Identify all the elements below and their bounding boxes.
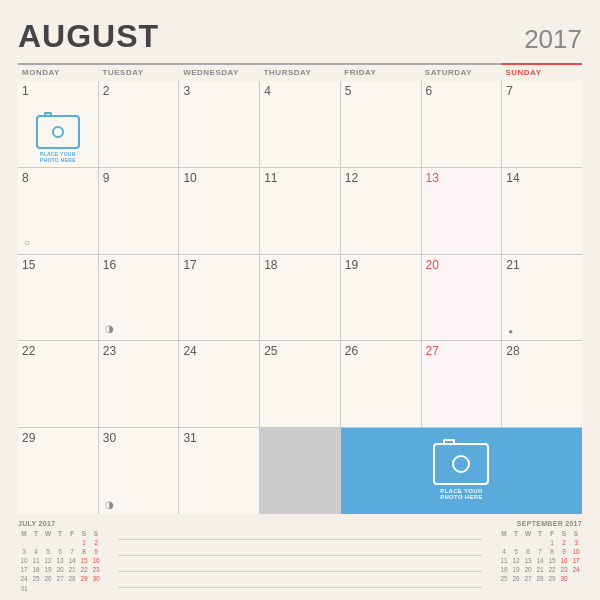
mini-cal-cell: 23 <box>90 565 102 574</box>
mini-cal-cell: 7 <box>534 547 546 556</box>
mini-cal-cell: 15 <box>546 556 558 565</box>
mini-cal-cell: 24 <box>570 565 582 574</box>
mini-cal-cell: 20 <box>522 565 534 574</box>
mini-cal-cell: 11 <box>498 556 510 565</box>
calendar-grid: 1 PLACE YOURPHOTO HERE 2 3 4 5 6 7 8 ○ 9… <box>18 81 582 514</box>
day-num: 7 <box>506 84 578 98</box>
day-num: 9 <box>103 171 175 185</box>
mini-cal-cell: 3 <box>570 538 582 547</box>
mini-cal-cell: 6 <box>522 547 534 556</box>
day-cell-19: 19 <box>341 255 421 341</box>
mini-cal-cell: 30 <box>90 574 102 583</box>
moon-dot: ◑ <box>105 323 114 334</box>
mini-cal-cell: 26 <box>510 574 522 583</box>
mini-cal-header-sat: S <box>78 529 90 538</box>
day-num: 14 <box>506 171 578 185</box>
day-num: 16 <box>103 258 175 272</box>
mini-cal-header: T <box>30 529 42 538</box>
day-header-friday: FRIDAY <box>340 63 421 79</box>
photo-text: PLACE YOURPHOTO HERE <box>40 151 76 163</box>
mini-cal-cell: 14 <box>66 556 78 565</box>
mini-cal-cell: 27 <box>54 574 66 583</box>
camera-lens <box>52 126 64 138</box>
day-num: 5 <box>345 84 417 98</box>
day-num: 24 <box>183 344 255 358</box>
mini-cal-cell <box>510 538 522 547</box>
mini-cal-cell: 30 <box>558 574 570 583</box>
mini-cal-cell: 7 <box>66 547 78 556</box>
mini-cal-cell: 17 <box>18 565 30 574</box>
day-cell-17: 17 <box>179 255 259 341</box>
day-num: 30 <box>103 431 175 445</box>
day-num: 4 <box>264 84 336 98</box>
day-num: 10 <box>183 171 255 185</box>
year-title: 2017 <box>524 24 582 55</box>
day-num: 2 <box>103 84 175 98</box>
mini-cal-cell: 2 <box>90 538 102 547</box>
mini-cal-cell: 20 <box>54 565 66 574</box>
mini-cal-header: T <box>54 529 66 538</box>
day-cell-8: 8 ○ <box>18 168 98 254</box>
day-cell-18: 18 <box>260 255 340 341</box>
camera-icon-white <box>433 443 489 485</box>
bottom-section: JULY 2017 M T W T F S S 1 2 3 4 <box>18 520 582 590</box>
moon-dot: ◑ <box>105 499 114 510</box>
day-cell-4: 4 <box>260 81 340 167</box>
mini-cal-cell: 4 <box>30 547 42 556</box>
mini-cal-cell: 18 <box>30 565 42 574</box>
mini-cal-cell <box>54 538 66 547</box>
mini-cal-sep-title: SEPTEMBER 2017 <box>498 520 582 527</box>
mini-cal-cell: 5 <box>510 547 522 556</box>
mini-cal-cell: 9 <box>90 547 102 556</box>
mini-cal-cell: 11 <box>30 556 42 565</box>
day-num: 21 <box>506 258 578 272</box>
day-cell-27: 27 <box>422 341 502 427</box>
day-cell-11: 11 <box>260 168 340 254</box>
day-cell-23: 23 <box>99 341 179 427</box>
day-cell-15: 15 <box>18 255 98 341</box>
mini-cal-cell: 13 <box>522 556 534 565</box>
mini-cal-july-grid: M T W T F S S 1 2 3 4 5 6 7 <box>18 529 102 593</box>
mini-cal-cell: 25 <box>498 574 510 583</box>
day-cell-31: 31 <box>179 428 259 514</box>
mini-cal-cell: 25 <box>30 574 42 583</box>
calendar-container: AUGUST 2017 MONDAY TUESDAY WEDNESDAY THU… <box>0 0 600 600</box>
day-num: 29 <box>22 431 94 445</box>
mini-cal-header: W <box>42 529 54 538</box>
day-cell-21: 21 ● <box>502 255 582 341</box>
day-cell-1: 1 PLACE YOURPHOTO HERE <box>18 81 98 167</box>
moon-dot: ● <box>508 327 513 336</box>
mini-cal-header-sun: S <box>570 529 582 538</box>
month-title: AUGUST <box>18 18 159 55</box>
note-line <box>118 542 482 556</box>
day-num: 18 <box>264 258 336 272</box>
mini-cal-cell <box>30 538 42 547</box>
mini-cal-july: JULY 2017 M T W T F S S 1 2 3 4 <box>18 520 102 590</box>
note-line <box>118 526 482 540</box>
day-cell-12: 12 <box>341 168 421 254</box>
day-num: 28 <box>506 344 578 358</box>
mini-cal-header: F <box>546 529 558 538</box>
day-num: 25 <box>264 344 336 358</box>
mini-cal-cell: 2 <box>558 538 570 547</box>
photo-cell-blue: PLACE YOURPHOTO HERE <box>341 428 582 514</box>
mini-cal-header-sun: S <box>90 529 102 538</box>
mini-cal-cell: 4 <box>498 547 510 556</box>
mini-cal-cell <box>498 538 510 547</box>
mini-cal-cell <box>66 538 78 547</box>
day-cell-7: 7 <box>502 81 582 167</box>
day-num: 12 <box>345 171 417 185</box>
day-cell-2: 2 <box>99 81 179 167</box>
mini-cal-cell: 12 <box>510 556 522 565</box>
day-cell-20: 20 <box>422 255 502 341</box>
day-header-wednesday: WEDNESDAY <box>179 63 260 79</box>
day-num: 31 <box>183 431 255 445</box>
day-num: 8 <box>22 171 94 185</box>
day-cell-9: 9 <box>99 168 179 254</box>
mini-cal-cell: 29 <box>78 574 90 583</box>
day-cell-25: 25 <box>260 341 340 427</box>
mini-cal-header: W <box>522 529 534 538</box>
day-cell-13: 13 <box>422 168 502 254</box>
day-num: 19 <box>345 258 417 272</box>
calendar-header: AUGUST 2017 <box>18 18 582 55</box>
